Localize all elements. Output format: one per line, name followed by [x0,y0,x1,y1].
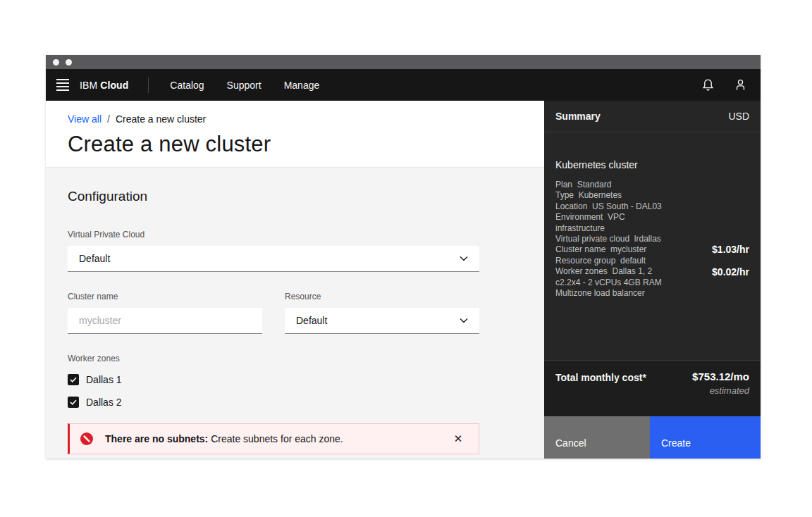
summary-detail-line: Multizone load balancer [555,288,749,299]
summary-detail-line: Location US South - DAL03 [555,201,749,212]
vpc-label: Virtual Private Cloud [68,230,525,239]
total-cost-label: Total monthly cost* [555,370,646,416]
window-titlebar [46,55,761,69]
close-icon[interactable]: ✕ [448,428,469,449]
checkbox-checked-icon [68,397,79,408]
brand-prefix: IBM [80,80,100,91]
summary-detail-line: Plan Standard [555,180,749,190]
brand-logo[interactable]: IBM Cloud [80,80,128,91]
error-notification: There are no subnets: Create subnets for… [68,423,479,454]
checkbox-label: Dallas 1 [86,374,122,385]
breadcrumb: View all / Create a new cluster [68,113,544,125]
user-avatar-icon[interactable] [724,69,756,101]
total-cost-note: estimated [692,385,749,396]
nav-item-manage[interactable]: Manage [273,69,331,101]
brand-suffix: Cloud [100,80,128,91]
checkbox-checked-icon [68,374,79,385]
hourly-price-load-balancer: $0.02/hr [712,266,749,278]
error-detail: Create subnets for each zone. [208,433,343,444]
cluster-name-input[interactable] [68,308,262,334]
summary-detail-line: Type Kubernetes [555,190,749,201]
summary-header: Summary USD [544,101,761,132]
window-dot-1[interactable] [53,59,59,66]
action-buttons: Cancel Create [544,416,761,459]
total-cost-value: $753.12/mo [692,370,749,382]
page-header: View all / Create a new cluster Create a… [46,101,544,168]
worker-zone-checkbox-dallas-2[interactable]: Dallas 2 [68,396,525,409]
worker-zones-label: Worker zones [68,354,525,363]
chevron-down-icon [460,318,468,323]
summary-currency: USD [728,111,749,122]
summary-detail-line: c2.2x4 - 2 vCPUs 4GB RAM [555,278,749,288]
menu-hamburger-icon[interactable] [46,69,80,101]
worker-zone-checkbox-dallas-1[interactable]: Dallas 1 [68,373,525,386]
checkbox-label: Dallas 2 [86,397,122,408]
resource-label: Resource [285,292,479,301]
error-message: There are no subnets: Create subnets for… [105,433,448,444]
summary-body: Kubernetes cluster Plan Standard Type Ku… [544,132,761,360]
summary-panel: Summary USD Kubernetes cluster Plan Stan… [544,101,761,459]
hourly-price-workers: $1.03/hr [712,244,749,255]
create-button[interactable]: Create [650,416,761,459]
error-icon [80,432,94,446]
error-title: There are no subnets: [105,433,208,444]
chevron-down-icon [460,256,468,261]
breadcrumb-view-all-link[interactable]: View all [68,113,102,125]
app-window: IBM Cloud Catalog Support Manage View al… [46,55,761,459]
summary-detail-line: infrastructure [555,223,749,234]
window-dot-2[interactable] [66,59,72,66]
main-content: View all / Create a new cluster Create a… [46,101,544,459]
vpc-select[interactable]: Default [68,246,479,272]
page-title: Create a new cluster [68,132,544,157]
breadcrumb-separator: / [107,113,110,125]
top-nav: IBM Cloud Catalog Support Manage [46,69,761,101]
resource-select-value: Default [296,315,327,326]
summary-detail-line: Resource group default [555,256,749,266]
resource-select[interactable]: Default [285,308,479,334]
nav-item-catalog[interactable]: Catalog [159,69,215,101]
cluster-name-label: Cluster name [68,292,262,301]
section-title: Configuration [68,189,525,204]
vpc-select-value: Default [79,253,110,264]
summary-title: Summary [555,111,601,122]
nav-divider [148,77,149,93]
total-cost-section: Total monthly cost* $753.12/mo estimated [544,360,761,416]
notifications-bell-icon[interactable] [691,69,724,101]
breadcrumb-current: Create a new cluster [116,113,206,125]
summary-product-name: Kubernetes cluster [555,159,749,170]
summary-detail-line: Environment VPC [555,212,749,223]
cancel-button[interactable]: Cancel [544,416,650,459]
configuration-form: Configuration Virtual Private Cloud Defa… [46,168,544,454]
nav-item-support[interactable]: Support [216,69,273,101]
